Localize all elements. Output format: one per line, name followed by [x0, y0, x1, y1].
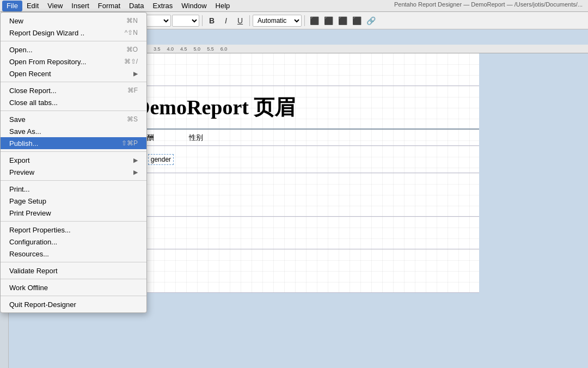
menu-edit[interactable]: Edit: [22, 1, 43, 11]
menu-item-open-repo-label: Open From Repository...: [9, 58, 113, 66]
menu-item-close-tabs[interactable]: Close all tabs...: [1, 96, 146, 108]
menu-item-config[interactable]: Configuration...: [1, 236, 146, 248]
menu-item-page-setup[interactable]: Page Setup: [1, 195, 146, 207]
col-header-salary: 薪酬: [140, 133, 189, 143]
menu-sep-9: [1, 296, 146, 296]
menu-item-wizard[interactable]: Report Design Wizard .. ^⇧N: [1, 27, 146, 39]
menu-item-resources-label: Resources...: [9, 250, 138, 258]
menu-item-quit[interactable]: Quit Report-Designer: [1, 298, 146, 310]
menu-item-print-preview[interactable]: Print Preview: [1, 207, 146, 219]
menu-insert[interactable]: Insert: [67, 1, 94, 11]
menu-item-report-props-label: Report Properties...: [9, 226, 138, 234]
menu-data[interactable]: Data: [125, 1, 148, 11]
link-btn[interactable]: 🔗: [364, 14, 377, 27]
menubar: File Edit View Insert Format Data Extras…: [0, 0, 588, 12]
menu-item-quit-label: Quit Report-Designer: [9, 300, 138, 309]
menu-item-open-label: Open...: [9, 46, 115, 54]
menu-view[interactable]: View: [43, 1, 67, 11]
menu-item-publish[interactable]: Publish... ⇧⌘P: [1, 137, 146, 149]
align-center-btn[interactable]: ⬛: [322, 14, 335, 27]
align-justify-btn[interactable]: ⬛: [350, 14, 363, 27]
menu-item-preview-label: Preview: [9, 168, 133, 176]
menu-sep-1: [1, 41, 146, 41]
menu-item-wizard-label: Report Design Wizard ..: [9, 29, 114, 37]
toolbar-sep-4: [249, 15, 250, 26]
ruler-mark: 3.5: [154, 46, 161, 52]
align-select[interactable]: Automatic: [253, 15, 302, 27]
menu-item-publish-shortcut: ⇧⌘P: [121, 139, 138, 147]
menu-item-validate-label: Validate Report: [9, 267, 138, 275]
menu-help[interactable]: Help: [211, 1, 235, 11]
font-size-select[interactable]: [172, 15, 199, 27]
menu-item-open-repo-shortcut: ⌘⇧/: [124, 58, 138, 65]
menu-item-close-report-label: Close Report...: [9, 87, 117, 95]
menu-format[interactable]: Format: [94, 1, 125, 11]
window-title: Pentaho Report Designer — DemoReport — /…: [394, 1, 583, 8]
menu-window[interactable]: Window: [177, 1, 211, 11]
menu-item-save-as[interactable]: Save As...: [1, 125, 146, 137]
menu-sep-3: [1, 111, 146, 111]
menu-item-save-label: Save: [9, 115, 116, 124]
menu-item-config-label: Configuration...: [9, 238, 138, 246]
gender-field[interactable]: gender: [148, 154, 174, 165]
ruler-mark: 6.0: [220, 46, 228, 52]
menu-file[interactable]: File: [2, 1, 22, 11]
menu-item-new-shortcut: ⌘N: [126, 17, 138, 24]
menu-sep-8: [1, 279, 146, 279]
menu-item-close-tabs-label: Close all tabs...: [9, 99, 138, 107]
menu-item-new[interactable]: New ⌘N: [1, 15, 146, 27]
menu-item-work-offline-label: Work Offline: [9, 284, 138, 292]
menu-sep-6: [1, 221, 146, 222]
menu-item-open-repo[interactable]: Open From Repository... ⌘⇧/: [1, 56, 146, 68]
open-recent-arrow: ▶: [133, 70, 138, 77]
menu-item-print-label: Print...: [9, 185, 138, 193]
menu-item-export[interactable]: Export ▶: [1, 154, 146, 166]
menu-item-close-report[interactable]: Close Report... ⌘F: [1, 84, 146, 96]
menu-item-publish-label: Publish...: [9, 139, 111, 148]
ruler-mark: 4.5: [180, 46, 187, 52]
menu-item-save-shortcut: ⌘S: [127, 115, 138, 123]
menu-item-export-label: Export: [9, 156, 133, 164]
italic-btn[interactable]: I: [219, 14, 232, 27]
gender-field-text: gender: [151, 156, 171, 163]
toolbar-sep-3: [202, 15, 203, 26]
menu-item-report-props[interactable]: Report Properties...: [1, 224, 146, 236]
menu-item-save-as-label: Save As...: [9, 127, 138, 136]
bold-btn[interactable]: B: [205, 14, 218, 27]
menu-item-new-label: New: [9, 17, 115, 25]
ruler-mark: 5.5: [207, 46, 214, 52]
menu-item-wizard-shortcut: ^⇧N: [125, 29, 138, 36]
menu-item-open-recent[interactable]: Open Recent ▶: [1, 68, 146, 79]
menu-item-resources[interactable]: Resources...: [1, 248, 146, 260]
menu-item-open[interactable]: Open... ⌘O: [1, 44, 146, 56]
menu-sep-7: [1, 262, 146, 262]
menu-item-work-offline[interactable]: Work Offline: [1, 281, 146, 293]
align-left-btn[interactable]: ⬛: [308, 14, 321, 27]
menu-item-print-preview-label: Print Preview: [9, 209, 138, 217]
menu-sep-5: [1, 180, 146, 181]
toolbar-sep-5: [304, 15, 305, 26]
menu-sep-4: [1, 151, 146, 152]
ruler-mark: 4.0: [167, 46, 174, 52]
align-right-btn[interactable]: ⬛: [336, 14, 349, 27]
right-background: [479, 53, 588, 293]
col-header-gender: 性别: [189, 133, 238, 143]
underline-btn[interactable]: U: [234, 14, 247, 27]
menu-item-close-report-shortcut: ⌘F: [127, 87, 138, 94]
menu-item-page-setup-label: Page Setup: [9, 197, 138, 205]
menu-item-open-shortcut: ⌘O: [126, 46, 138, 53]
menu-sep-2: [1, 82, 146, 82]
file-dropdown-menu: New ⌘N Report Design Wizard .. ^⇧N Open.…: [0, 12, 147, 313]
preview-arrow: ▶: [133, 169, 138, 176]
export-arrow: ▶: [133, 157, 138, 164]
menu-item-preview[interactable]: Preview ▶: [1, 166, 146, 178]
menu-item-open-recent-label: Open Recent: [9, 70, 133, 78]
menu-extras[interactable]: Extras: [148, 1, 177, 11]
ruler-mark: 5.0: [194, 46, 201, 52]
menu-item-print[interactable]: Print...: [1, 183, 146, 195]
menu-item-validate[interactable]: Validate Report: [1, 265, 146, 277]
menu-item-save[interactable]: Save ⌘S: [1, 113, 146, 125]
